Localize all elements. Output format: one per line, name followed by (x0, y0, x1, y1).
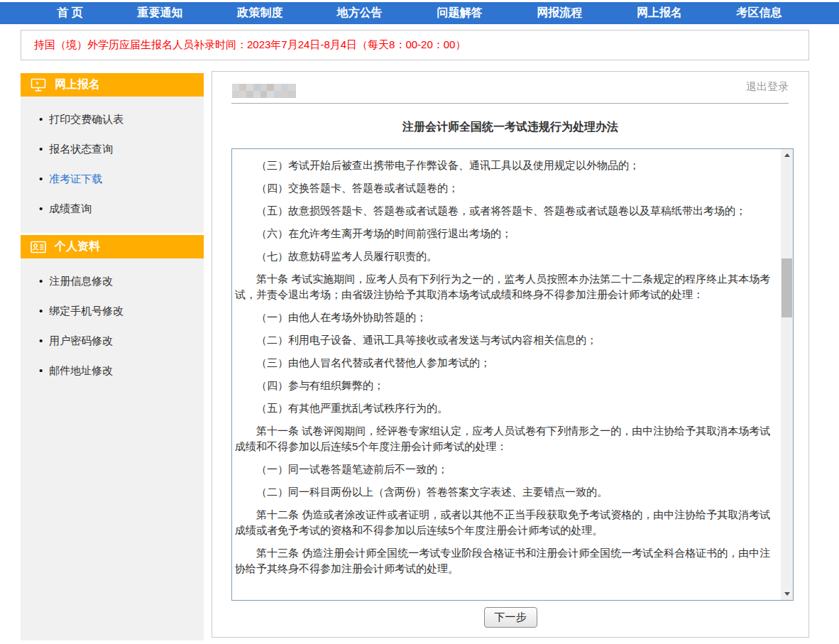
regulation-paragraph: （四）参与有组织舞弊的； (235, 378, 775, 393)
sidebar-item-label: 打印交费确认表 (49, 104, 124, 134)
sidebar-item-password-modify[interactable]: 用户密码修改 (21, 326, 204, 356)
document-title: 注册会计师全国统一考试违规行为处理办法 (212, 120, 808, 135)
nav-item-important-notices[interactable]: 重要通知 (137, 6, 182, 21)
monitor-icon (31, 78, 46, 92)
sidebar-item-label: 注册信息修改 (49, 266, 113, 296)
sidebar-item-label: 准考证下载 (49, 164, 102, 194)
notice-text: 持国（境）外学历应届生报名人员补录时间：2023年7月24日-8月4日（每天8：… (34, 38, 466, 52)
regulation-paragraph: （五）有其他严重扰乱考试秩序行为的。 (235, 400, 775, 416)
header-divider (231, 103, 789, 104)
regulations-scrollbox[interactable]: （三）考试开始后被查出携带电子作弊设备、通讯工具以及使用规定以外物品的； （四）… (231, 148, 794, 601)
nav-item-exam-area-info[interactable]: 考区信息 (737, 6, 782, 21)
main-panel: 退出登录 注册会计师全国统一考试违规行为处理办法 （三）考试开始后被查出携带电子… (212, 71, 809, 638)
button-row: 下一步 (212, 599, 808, 637)
regulation-paragraph: （一）由他人在考场外协助答题的； (235, 310, 775, 325)
regulation-paragraph: （三）考试开始后被查出携带电子作弊设备、通讯工具以及使用规定以外物品的； (235, 158, 775, 173)
scroll-down-icon[interactable] (781, 588, 793, 600)
regulations-text: （三）考试开始后被查出携带电子作弊设备、通讯工具以及使用规定以外物品的； （四）… (232, 149, 781, 600)
nav-item-online-registration[interactable]: 网上报名 (637, 6, 682, 21)
regulation-paragraph: 第十条 考试实施期间，应考人员有下列行为之一的，监考人员按照本办法第二十二条规定… (235, 271, 775, 302)
top-navbar: 首 页 重要通知 政策制度 地方公告 问题解答 网报流程 网上报名 考区信息 (0, 2, 839, 24)
sidebar-section-title: 个人资料 (55, 239, 100, 254)
sidebar-item-label: 报名状态查询 (49, 134, 113, 164)
sidebar-item-label: 用户密码修改 (49, 326, 113, 356)
id-card-icon (31, 241, 46, 253)
sidebar-section-title: 网上报名 (55, 77, 100, 92)
sidebar-item-bound-phone-modify[interactable]: 绑定手机号修改 (21, 296, 204, 326)
sidebar-item-registration-status-query[interactable]: 报名状态查询 (21, 134, 204, 164)
regulation-paragraph: （四）交换答题卡、答题卷或者试题卷的； (235, 180, 775, 196)
page: 首 页 重要通知 政策制度 地方公告 问题解答 网报流程 网上报名 考区信息 持… (0, 0, 839, 644)
nav-item-home[interactable]: 首 页 (57, 6, 82, 21)
scrollbar[interactable] (781, 149, 793, 600)
regulation-paragraph: （二）利用电子设备、通讯工具等接收或者发送与考试内容相关信息的； (235, 332, 775, 348)
sidebar-section-personal-info-items: 注册信息修改 绑定手机号修改 用户密码修改 邮件地址修改 (21, 258, 204, 640)
sidebar-item-print-payment-confirmation[interactable]: 打印交费确认表 (21, 104, 204, 134)
nav-item-registration-process[interactable]: 网报流程 (537, 6, 582, 21)
regulation-paragraph: （一）同一试卷答题笔迹前后不一致的； (235, 462, 775, 477)
next-step-button[interactable]: 下一步 (484, 607, 537, 628)
sidebar-item-label: 成绩查询 (49, 194, 92, 224)
sidebar-item-admission-ticket-download[interactable]: 准考证下载 (21, 164, 204, 194)
logout-link[interactable]: 退出登录 (746, 80, 789, 94)
sidebar: 网上报名 打印交费确认表 报名状态查询 准考证下载 成绩查询 个人资料 (21, 73, 204, 640)
sidebar-section-online-registration-header: 网上报名 (21, 73, 204, 97)
regulation-paragraph: （三）由他人冒名代替或者代替他人参加考试的； (235, 355, 775, 371)
regulation-paragraph: （五）故意损毁答题卡、答题卷或者试题卷，或者将答题卡、答题卷或者试题卷以及草稿纸… (235, 203, 775, 219)
sidebar-section-personal-info-header: 个人资料 (21, 235, 204, 258)
scroll-up-icon[interactable] (781, 149, 793, 161)
scrollbar-thumb[interactable] (782, 258, 792, 317)
user-name-redacted (232, 84, 296, 98)
nav-item-policies[interactable]: 政策制度 (237, 6, 283, 21)
notice-bar: 持国（境）外学历应届生报名人员补录时间：2023年7月24日-8月4日（每天8：… (21, 30, 809, 60)
sidebar-item-label: 邮件地址修改 (49, 356, 113, 386)
regulation-paragraph: （七）故意妨碍监考人员履行职责的。 (235, 249, 775, 264)
sidebar-item-label: 绑定手机号修改 (49, 296, 124, 326)
panel-header: 退出登录 (212, 72, 808, 103)
sidebar-item-score-query[interactable]: 成绩查询 (21, 194, 204, 224)
nav-item-faq[interactable]: 问题解答 (437, 6, 483, 21)
regulation-paragraph: （六）在允许考生离开考场的时间前强行退出考场的； (235, 226, 775, 241)
regulation-paragraph: 第十一条 试卷评阅期间，经评卷专家组认定，应考人员试卷有下列情形之一的，由中注协… (235, 423, 775, 454)
nav-item-local-announcements[interactable]: 地方公告 (337, 6, 383, 21)
regulation-paragraph: （二）同一科目两份以上（含两份）答卷答案文字表述、主要错点一致的。 (235, 484, 775, 500)
sidebar-item-email-modify[interactable]: 邮件地址修改 (21, 356, 204, 386)
regulation-paragraph: 第十三条 伪造注册会计师全国统一考试专业阶段合格证书和注册会计师全国统一考试全科… (235, 545, 775, 577)
sidebar-section-online-registration-items: 打印交费确认表 报名状态查询 准考证下载 成绩查询 (21, 97, 204, 233)
sidebar-item-registration-info-modify[interactable]: 注册信息修改 (21, 266, 204, 296)
regulation-paragraph: 第十二条 伪造或者涂改证件或者证明，或者以其他不正当手段获取免予考试资格的，由中… (235, 507, 775, 538)
